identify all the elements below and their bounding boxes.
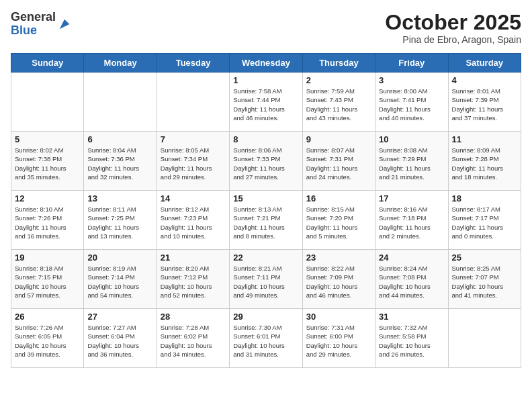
day-number: 8 bbox=[233, 134, 298, 144]
day-number: 15 bbox=[233, 193, 298, 203]
calendar-cell bbox=[11, 73, 84, 132]
day-info: Sunrise: 8:20 AM Sunset: 7:12 PM Dayligh… bbox=[161, 264, 226, 300]
calendar-cell: 11Sunrise: 8:09 AM Sunset: 7:28 PM Dayli… bbox=[448, 132, 521, 191]
calendar-week-row: 12Sunrise: 8:10 AM Sunset: 7:26 PM Dayli… bbox=[11, 191, 521, 250]
calendar-cell: 30Sunrise: 7:31 AM Sunset: 6:00 PM Dayli… bbox=[302, 309, 375, 368]
calendar-cell: 2Sunrise: 7:59 AM Sunset: 7:43 PM Daylig… bbox=[302, 73, 375, 132]
logo: General Blue bbox=[11, 11, 72, 38]
weekday-header: Sunday bbox=[11, 54, 84, 73]
calendar-week-row: 26Sunrise: 7:26 AM Sunset: 6:05 PM Dayli… bbox=[11, 309, 521, 368]
day-number: 20 bbox=[87, 253, 152, 263]
day-info: Sunrise: 8:18 AM Sunset: 7:15 PM Dayligh… bbox=[15, 264, 80, 300]
day-info: Sunrise: 8:05 AM Sunset: 7:34 PM Dayligh… bbox=[161, 146, 226, 181]
weekday-header: Wednesday bbox=[230, 54, 302, 73]
day-number: 12 bbox=[15, 193, 80, 203]
calendar-cell: 28Sunrise: 7:28 AM Sunset: 6:02 PM Dayli… bbox=[157, 309, 229, 368]
weekday-header: Saturday bbox=[448, 54, 521, 73]
calendar-cell: 7Sunrise: 8:05 AM Sunset: 7:34 PM Daylig… bbox=[157, 132, 229, 191]
calendar-cell bbox=[448, 309, 521, 368]
day-info: Sunrise: 7:31 AM Sunset: 6:00 PM Dayligh… bbox=[306, 323, 371, 359]
calendar-body: 1Sunrise: 7:58 AM Sunset: 7:44 PM Daylig… bbox=[11, 73, 521, 368]
day-info: Sunrise: 7:27 AM Sunset: 6:04 PM Dayligh… bbox=[87, 323, 152, 359]
day-number: 3 bbox=[379, 75, 444, 85]
calendar-week-row: 5Sunrise: 8:02 AM Sunset: 7:38 PM Daylig… bbox=[11, 132, 521, 191]
day-number: 17 bbox=[379, 193, 444, 203]
day-info: Sunrise: 8:15 AM Sunset: 7:20 PM Dayligh… bbox=[306, 205, 371, 240]
day-info: Sunrise: 8:24 AM Sunset: 7:08 PM Dayligh… bbox=[379, 264, 444, 300]
day-info: Sunrise: 8:19 AM Sunset: 7:14 PM Dayligh… bbox=[87, 264, 152, 300]
day-info: Sunrise: 7:58 AM Sunset: 7:44 PM Dayligh… bbox=[233, 87, 298, 122]
day-info: Sunrise: 8:07 AM Sunset: 7:31 PM Dayligh… bbox=[306, 146, 371, 181]
logo-text: General Blue bbox=[11, 11, 56, 38]
day-info: Sunrise: 8:00 AM Sunset: 7:41 PM Dayligh… bbox=[379, 87, 444, 122]
calendar-cell: 8Sunrise: 8:06 AM Sunset: 7:33 PM Daylig… bbox=[230, 132, 302, 191]
weekday-header: Tuesday bbox=[157, 54, 229, 73]
weekday-row: SundayMondayTuesdayWednesdayThursdayFrid… bbox=[11, 54, 521, 73]
calendar-week-row: 19Sunrise: 8:18 AM Sunset: 7:15 PM Dayli… bbox=[11, 250, 521, 309]
logo-icon bbox=[57, 17, 72, 32]
day-number: 18 bbox=[452, 193, 517, 203]
day-number: 10 bbox=[379, 134, 444, 144]
calendar-cell: 24Sunrise: 8:24 AM Sunset: 7:08 PM Dayli… bbox=[375, 250, 448, 309]
day-number: 2 bbox=[306, 75, 371, 85]
svg-marker-0 bbox=[60, 19, 70, 29]
day-number: 1 bbox=[233, 75, 298, 85]
day-info: Sunrise: 7:30 AM Sunset: 6:01 PM Dayligh… bbox=[233, 323, 298, 359]
calendar-cell: 25Sunrise: 8:25 AM Sunset: 7:07 PM Dayli… bbox=[448, 250, 521, 309]
calendar-cell: 18Sunrise: 8:17 AM Sunset: 7:17 PM Dayli… bbox=[448, 191, 521, 250]
day-number: 29 bbox=[233, 312, 298, 322]
calendar-cell: 13Sunrise: 8:11 AM Sunset: 7:25 PM Dayli… bbox=[84, 191, 157, 250]
day-info: Sunrise: 8:08 AM Sunset: 7:29 PM Dayligh… bbox=[379, 146, 444, 181]
calendar-header: SundayMondayTuesdayWednesdayThursdayFrid… bbox=[11, 54, 521, 73]
location: Pina de Ebro, Aragon, Spain bbox=[385, 34, 521, 45]
day-info: Sunrise: 8:10 AM Sunset: 7:26 PM Dayligh… bbox=[15, 205, 80, 240]
calendar-cell: 31Sunrise: 7:32 AM Sunset: 5:58 PM Dayli… bbox=[375, 309, 448, 368]
calendar-week-row: 1Sunrise: 7:58 AM Sunset: 7:44 PM Daylig… bbox=[11, 73, 521, 132]
weekday-header: Thursday bbox=[302, 54, 375, 73]
calendar-cell: 6Sunrise: 8:04 AM Sunset: 7:36 PM Daylig… bbox=[84, 132, 157, 191]
day-number: 6 bbox=[87, 134, 152, 144]
day-number: 22 bbox=[233, 253, 298, 263]
header: General Blue October 2025 Pina de Ebro, … bbox=[11, 11, 521, 45]
calendar: SundayMondayTuesdayWednesdayThursdayFrid… bbox=[11, 53, 521, 368]
day-info: Sunrise: 8:17 AM Sunset: 7:17 PM Dayligh… bbox=[452, 205, 517, 240]
day-number: 7 bbox=[161, 134, 226, 144]
day-number: 14 bbox=[161, 193, 226, 203]
day-number: 24 bbox=[379, 253, 444, 263]
calendar-cell: 27Sunrise: 7:27 AM Sunset: 6:04 PM Dayli… bbox=[84, 309, 157, 368]
day-number: 19 bbox=[15, 253, 80, 263]
day-info: Sunrise: 8:02 AM Sunset: 7:38 PM Dayligh… bbox=[15, 146, 80, 181]
page: General Blue October 2025 Pina de Ebro, … bbox=[0, 0, 532, 411]
day-number: 25 bbox=[452, 253, 517, 263]
day-number: 9 bbox=[306, 134, 371, 144]
calendar-cell: 3Sunrise: 8:00 AM Sunset: 7:41 PM Daylig… bbox=[375, 73, 448, 132]
calendar-cell: 21Sunrise: 8:20 AM Sunset: 7:12 PM Dayli… bbox=[157, 250, 229, 309]
calendar-cell: 17Sunrise: 8:16 AM Sunset: 7:18 PM Dayli… bbox=[375, 191, 448, 250]
day-number: 23 bbox=[306, 253, 371, 263]
day-number: 31 bbox=[379, 312, 444, 322]
day-info: Sunrise: 8:12 AM Sunset: 7:23 PM Dayligh… bbox=[161, 205, 226, 240]
day-info: Sunrise: 8:16 AM Sunset: 7:18 PM Dayligh… bbox=[379, 205, 444, 240]
day-info: Sunrise: 8:22 AM Sunset: 7:09 PM Dayligh… bbox=[306, 264, 371, 300]
day-info: Sunrise: 8:13 AM Sunset: 7:21 PM Dayligh… bbox=[233, 205, 298, 240]
calendar-cell: 22Sunrise: 8:21 AM Sunset: 7:11 PM Dayli… bbox=[230, 250, 302, 309]
calendar-cell: 19Sunrise: 8:18 AM Sunset: 7:15 PM Dayli… bbox=[11, 250, 84, 309]
calendar-cell: 16Sunrise: 8:15 AM Sunset: 7:20 PM Dayli… bbox=[302, 191, 375, 250]
day-number: 30 bbox=[306, 312, 371, 322]
day-number: 26 bbox=[15, 312, 80, 322]
calendar-cell bbox=[84, 73, 157, 132]
day-info: Sunrise: 8:01 AM Sunset: 7:39 PM Dayligh… bbox=[452, 87, 517, 122]
day-number: 27 bbox=[87, 312, 152, 322]
calendar-cell: 4Sunrise: 8:01 AM Sunset: 7:39 PM Daylig… bbox=[448, 73, 521, 132]
day-number: 4 bbox=[452, 75, 517, 85]
weekday-header: Monday bbox=[84, 54, 157, 73]
day-number: 5 bbox=[15, 134, 80, 144]
day-info: Sunrise: 7:32 AM Sunset: 5:58 PM Dayligh… bbox=[379, 323, 444, 359]
day-info: Sunrise: 7:28 AM Sunset: 6:02 PM Dayligh… bbox=[161, 323, 226, 359]
calendar-cell: 26Sunrise: 7:26 AM Sunset: 6:05 PM Dayli… bbox=[11, 309, 84, 368]
day-info: Sunrise: 8:04 AM Sunset: 7:36 PM Dayligh… bbox=[87, 146, 152, 181]
day-info: Sunrise: 8:06 AM Sunset: 7:33 PM Dayligh… bbox=[233, 146, 298, 181]
calendar-cell: 29Sunrise: 7:30 AM Sunset: 6:01 PM Dayli… bbox=[230, 309, 302, 368]
day-info: Sunrise: 7:59 AM Sunset: 7:43 PM Dayligh… bbox=[306, 87, 371, 122]
weekday-header: Friday bbox=[375, 54, 448, 73]
